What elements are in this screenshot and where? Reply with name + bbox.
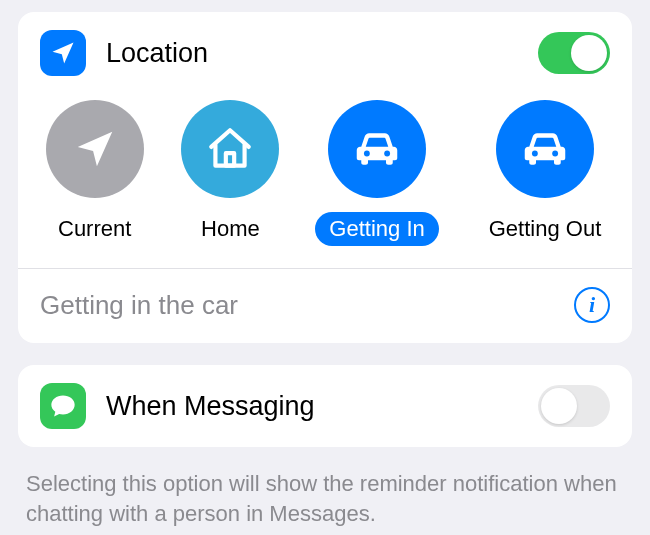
location-option-home[interactable]: Home — [181, 100, 279, 246]
location-header-row: Location — [18, 12, 632, 86]
home-icon — [181, 100, 279, 198]
location-status-row: Getting in the car i — [18, 269, 632, 343]
location-option-label: Current — [44, 212, 145, 246]
location-status-text: Getting in the car — [40, 290, 574, 321]
svg-rect-0 — [226, 153, 234, 166]
car-icon — [496, 100, 594, 198]
location-option-label: Home — [187, 212, 274, 246]
car-icon — [328, 100, 426, 198]
info-icon[interactable]: i — [574, 287, 610, 323]
location-toggle[interactable] — [538, 32, 610, 74]
location-icon — [40, 30, 86, 76]
location-option-getting-in[interactable]: Getting In — [315, 100, 438, 246]
location-option-label: Getting In — [315, 212, 438, 246]
messaging-toggle[interactable] — [538, 385, 610, 427]
messaging-header-row: When Messaging — [18, 365, 632, 447]
navigate-icon — [46, 100, 144, 198]
location-options[interactable]: CurrentHomeGetting InGetting OutCu — [18, 86, 632, 268]
location-option-getting-out[interactable]: Getting Out — [475, 100, 616, 246]
svg-point-3 — [532, 151, 538, 157]
location-title: Location — [106, 38, 538, 69]
svg-point-1 — [364, 151, 370, 157]
location-option-label: Getting Out — [475, 212, 616, 246]
svg-point-4 — [552, 151, 558, 157]
location-option-current[interactable]: Current — [44, 100, 145, 246]
messaging-caption: Selecting this option will show the remi… — [18, 469, 632, 528]
messages-icon — [40, 383, 86, 429]
location-card: Location CurrentHomeGetting InGetting Ou… — [18, 12, 632, 343]
svg-point-2 — [384, 151, 390, 157]
messaging-title: When Messaging — [106, 391, 538, 422]
messaging-card: When Messaging — [18, 365, 632, 447]
